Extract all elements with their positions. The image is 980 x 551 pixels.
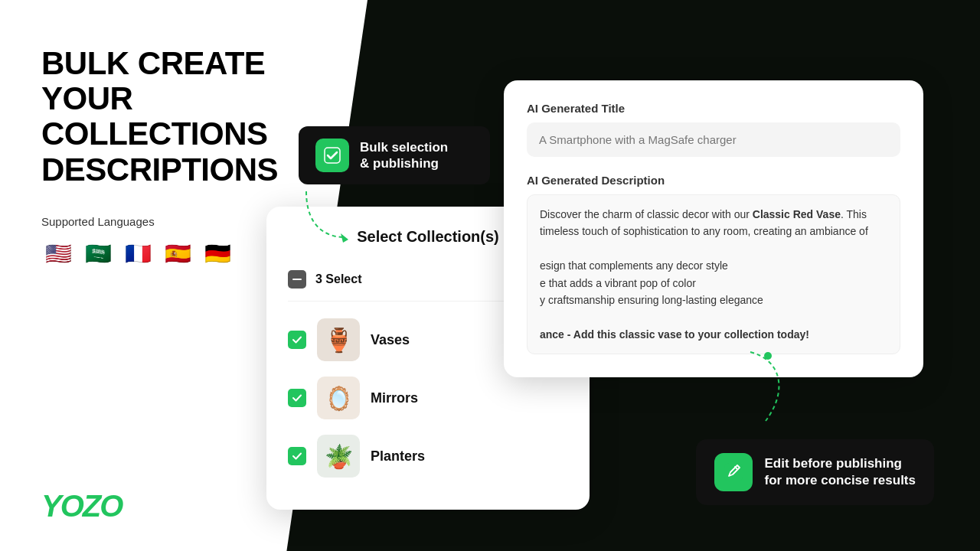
bulk-badge-icon [315, 139, 349, 172]
flag-fr: 🇫🇷 [121, 237, 155, 271]
description-bullet2: e that adds a vibrant pop of color [540, 275, 887, 292]
flag-es: 🇪🇸 [161, 237, 194, 271]
languages-section: Supported Languages 🇺🇸 🇸🇦 🇫🇷 🇪🇸 🇩🇪 [41, 215, 302, 271]
planters-checkbox[interactable] [288, 447, 306, 465]
hero-title: BULK CREATE YOUR COLLECTIONS DESCRIPTION… [41, 46, 302, 187]
flag-us: 🇺🇸 [41, 237, 75, 271]
planters-thumbnail: 🪴 [317, 435, 360, 478]
mirrors-label: Mirrors [371, 390, 418, 406]
mirrors-thumbnail: 🪞 [317, 377, 360, 419]
description-text-1: Discover the charm of classic decor with… [540, 208, 753, 220]
bulk-badge-text: Bulk selection & publishing [360, 139, 448, 172]
select-all-label: 3 Select [315, 272, 361, 286]
description-bullet1: esign that complements any decor style [540, 257, 887, 274]
collection-item-mirrors[interactable]: 🪞 Mirrors [288, 369, 568, 427]
flag-sa: 🇸🇦 [81, 237, 115, 271]
vases-checkbox[interactable] [288, 331, 306, 349]
edit-badge-icon [714, 453, 753, 491]
description-bold: Classic Red Vase [753, 208, 841, 220]
ai-title-label: AI Generated Title [527, 102, 900, 115]
collection-item-planters[interactable]: 🪴 Planters [288, 427, 568, 485]
select-all-checkbox[interactable] [288, 270, 306, 289]
edit-badge: Edit before publishing for more concise … [696, 439, 934, 505]
ai-generated-card: AI Generated Title AI Generated Descript… [504, 80, 923, 377]
edit-icon [724, 462, 743, 482]
vases-label: Vases [371, 332, 410, 348]
yozo-logo: YOZO [41, 489, 122, 523]
flags-row: 🇺🇸 🇸🇦 🇫🇷 🇪🇸 🇩🇪 [41, 237, 302, 271]
description-cta: ance - Add this classic vase to your col… [540, 328, 809, 341]
left-panel: BULK CREATE YOUR COLLECTIONS DESCRIPTION… [41, 46, 302, 271]
planters-label: Planters [371, 448, 425, 465]
vases-thumbnail: 🏺 [317, 318, 360, 361]
languages-label: Supported Languages [41, 215, 302, 228]
bulk-badge: Bulk selection & publishing [299, 126, 490, 184]
checkbox-icon [324, 147, 341, 164]
description-bullet3: y craftsmanship ensuring long-lasting el… [540, 292, 887, 308]
svg-rect-3 [724, 463, 743, 481]
flag-de: 🇩🇪 [201, 237, 234, 271]
edit-badge-text: Edit before publishing for more concise … [765, 455, 916, 489]
mirrors-checkbox[interactable] [288, 389, 306, 407]
ai-description-label: AI Generated Description [527, 174, 900, 187]
ai-title-input[interactable] [527, 122, 900, 157]
ai-description-box: Discover the charm of classic decor with… [527, 194, 900, 354]
